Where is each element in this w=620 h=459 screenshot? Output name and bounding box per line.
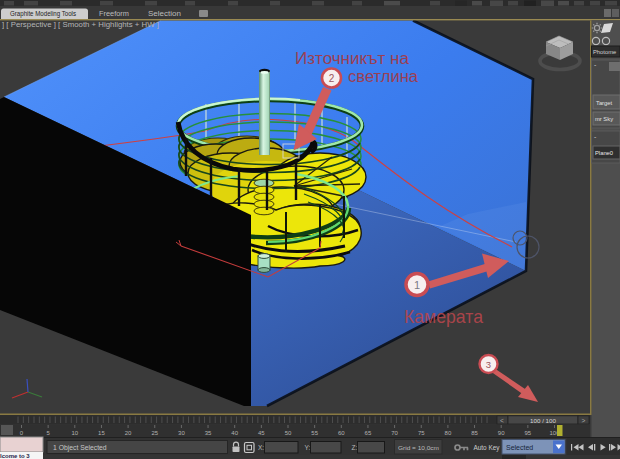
svg-text:] [ Perspective ] [ Smooth + H: ] [ Perspective ] [ Smooth + Highlights … (2, 21, 159, 29)
svg-text:30: 30 (178, 430, 185, 436)
svg-text:65: 65 (365, 430, 372, 436)
svg-text:mr Sky: mr Sky (595, 116, 613, 122)
svg-text:X:: X: (258, 444, 264, 451)
svg-text:Selection: Selection (148, 10, 181, 17)
svg-text:15: 15 (98, 430, 105, 436)
svg-text:Graphite Modeling Tools: Graphite Modeling Tools (10, 10, 77, 18)
svg-text:100 / 100: 100 / 100 (530, 417, 556, 424)
svg-text:2: 2 (329, 73, 335, 84)
svg-text:1: 1 (414, 279, 420, 291)
svg-text:10: 10 (71, 430, 78, 436)
svg-text:80: 80 (445, 430, 452, 436)
svg-text:<: < (500, 417, 504, 424)
svg-text:Z:: Z: (352, 444, 358, 451)
svg-text:50: 50 (285, 430, 292, 436)
svg-text:1 Object Selected: 1 Object Selected (53, 444, 107, 452)
svg-text:20: 20 (125, 430, 132, 436)
svg-text:Grid = 10,0cm: Grid = 10,0cm (398, 445, 439, 451)
svg-text:95: 95 (525, 430, 532, 436)
svg-text:60: 60 (338, 430, 345, 436)
svg-text:85: 85 (471, 430, 478, 436)
svg-text:3: 3 (486, 359, 491, 370)
svg-text:Източникът на: Източникът на (295, 50, 409, 67)
svg-text:lcome to 3: lcome to 3 (0, 453, 30, 459)
svg-text:Камерата: Камерата (404, 306, 483, 327)
svg-text:40: 40 (231, 430, 238, 436)
svg-text:70: 70 (391, 430, 398, 436)
svg-text:Y:: Y: (305, 444, 311, 451)
svg-text:Auto Key: Auto Key (474, 444, 501, 452)
svg-text:Plane0: Plane0 (595, 150, 613, 156)
svg-text:Selected: Selected (506, 444, 533, 451)
svg-text:75: 75 (418, 430, 425, 436)
svg-text:Target: Target (596, 100, 613, 106)
svg-text:55: 55 (311, 430, 318, 436)
svg-text:25: 25 (151, 430, 158, 436)
svg-text:35: 35 (205, 430, 212, 436)
svg-text:Photome: Photome (593, 49, 616, 55)
svg-text:Freeform: Freeform (99, 10, 129, 17)
svg-text:светлина: светлина (348, 68, 418, 85)
svg-text:>: > (582, 417, 586, 424)
svg-text:45: 45 (258, 430, 265, 436)
svg-text:90: 90 (498, 430, 505, 436)
